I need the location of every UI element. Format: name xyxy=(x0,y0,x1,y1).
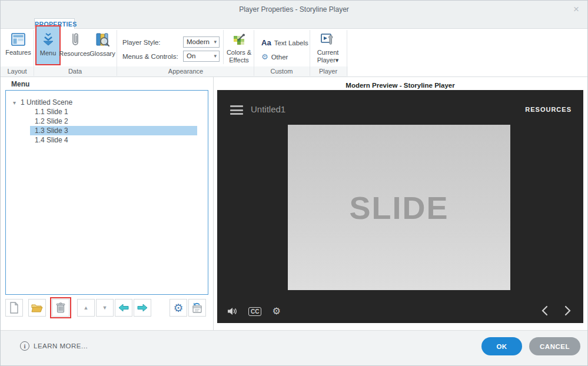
titlebar: Player Properties - Storyline Player × xyxy=(1,1,587,19)
info-icon: i xyxy=(20,341,29,351)
paperclip-icon xyxy=(68,32,81,48)
player-resources-link[interactable]: RESOURCES xyxy=(525,106,572,113)
new-page-icon xyxy=(9,302,19,314)
left-arrow-icon xyxy=(118,304,129,312)
new-item-button[interactable] xyxy=(5,299,23,317)
menus-controls-dropdown[interactable]: On ▾ xyxy=(183,51,220,62)
features-icon xyxy=(11,32,26,47)
group-label-data: Data xyxy=(34,68,117,75)
menu-tree: ▾1 Untitled Scene 1.1 Slide 1 1.2 Slide … xyxy=(5,90,208,295)
trash-icon xyxy=(56,302,65,314)
features-button[interactable]: Features xyxy=(4,32,33,56)
slide-placeholder-text: SLIDE xyxy=(349,189,449,226)
reset-icon xyxy=(191,302,203,314)
player-preview: Untitled1 RESOURCES SLIDE CC ⚙ xyxy=(217,90,583,323)
group-divider xyxy=(117,30,117,76)
ribbon: Features Menu Resources xyxy=(1,29,587,77)
indent-button[interactable] xyxy=(134,299,151,317)
volume-icon[interactable] xyxy=(227,307,238,316)
menus-controls-label: Menus & Controls: xyxy=(122,53,178,60)
preview-title: Modern Preview - Storyline Player xyxy=(217,82,583,89)
tree-item-scene[interactable]: ▾1 Untitled Scene xyxy=(6,98,208,107)
player-course-title: Untitled1 xyxy=(251,104,285,114)
open-folder-button[interactable] xyxy=(28,299,46,317)
menu-icon xyxy=(41,32,55,48)
menu-panel-title: Menu xyxy=(11,80,29,88)
next-slide-icon[interactable] xyxy=(564,305,572,316)
player-style-label: Player Style: xyxy=(122,39,161,46)
delete-button[interactable] xyxy=(52,299,69,317)
player-settings-gear-icon[interactable]: ⚙ xyxy=(272,307,280,316)
open-folder-icon xyxy=(31,303,43,312)
tree-item-slide-2[interactable]: 1.2 Slide 2 xyxy=(6,117,208,126)
resources-button[interactable]: Resources xyxy=(61,32,88,57)
previous-slide-icon[interactable] xyxy=(541,305,548,316)
group-divider xyxy=(347,30,347,76)
close-icon[interactable]: × xyxy=(573,4,579,14)
player-controls-right xyxy=(541,305,572,316)
chevron-down-icon: ▾ xyxy=(335,56,339,64)
group-label-layout: Layout xyxy=(1,68,34,75)
group-label-appearance: Appearance xyxy=(118,68,254,75)
cancel-button[interactable]: CANCEL xyxy=(529,337,580,355)
menu-label: Menu xyxy=(40,49,57,56)
current-player-label-line1: Current xyxy=(317,49,339,56)
colors-effects-button[interactable]: Colors & Effects xyxy=(226,33,252,64)
learn-more-label: LEARN MORE... xyxy=(34,342,88,350)
main-area: Menu ▾1 Untitled Scene 1.1 Slide 1 1.2 S… xyxy=(1,77,587,330)
closed-captions-icon[interactable]: CC xyxy=(248,307,261,316)
reset-from-story-button[interactable] xyxy=(188,299,206,317)
other-label: Other xyxy=(271,54,288,61)
tree-item-slide-4[interactable]: 1.4 Slide 4 xyxy=(6,135,208,145)
chevron-down-icon: ▾ xyxy=(214,53,217,59)
colors-effects-label-line1: Colors & xyxy=(227,49,251,56)
player-style-value: Modern xyxy=(187,38,210,45)
glossary-button[interactable]: Glossary xyxy=(89,32,116,57)
glossary-label: Glossary xyxy=(89,50,115,57)
palette-icon xyxy=(232,33,246,47)
player-style-dropdown[interactable]: Modern ▾ xyxy=(183,36,220,48)
current-player-icon xyxy=(320,32,335,47)
text-labels-button[interactable]: Aa Text Labels xyxy=(261,38,308,47)
player-controls-left: CC ⚙ xyxy=(227,307,281,316)
learn-more-link[interactable]: i LEARN MORE... xyxy=(20,341,88,351)
features-label: Features xyxy=(5,49,31,56)
tree-item-slide-3[interactable]: 1.3 Slide 3 xyxy=(30,126,197,135)
dialog-title: Player Properties - Storyline Player xyxy=(1,5,587,14)
down-arrow-icon: ▼ xyxy=(102,305,108,311)
menu-options-button[interactable]: ⚙ xyxy=(170,299,187,317)
move-up-button[interactable]: ▲ xyxy=(77,299,95,317)
menu-button[interactable]: Menu xyxy=(36,26,59,64)
gear-icon: ⚙ xyxy=(261,52,268,61)
group-divider xyxy=(223,30,224,64)
glossary-book-icon xyxy=(94,32,111,48)
up-arrow-icon: ▲ xyxy=(84,305,89,311)
menus-controls-value: On xyxy=(187,52,195,59)
expander-icon[interactable]: ▾ xyxy=(13,98,21,108)
group-label-custom: Custom xyxy=(254,68,310,75)
other-button[interactable]: ⚙ Other xyxy=(261,52,288,61)
slide-placeholder: SLIDE xyxy=(288,125,510,290)
current-player-label-line2: Player xyxy=(317,56,335,64)
footer: i LEARN MORE... OK CANCEL xyxy=(1,330,587,366)
panel-divider xyxy=(213,77,214,330)
move-down-button[interactable]: ▼ xyxy=(96,299,114,317)
gear-icon: ⚙ xyxy=(173,302,183,314)
colors-effects-label-line2: Effects xyxy=(229,56,248,64)
current-player-button[interactable]: Current Player▾ xyxy=(311,32,344,64)
outdent-button[interactable] xyxy=(115,299,132,317)
right-arrow-icon xyxy=(137,304,148,312)
hamburger-menu-icon[interactable] xyxy=(230,105,243,115)
group-label-player: Player xyxy=(310,68,347,75)
ok-button[interactable]: OK xyxy=(481,337,522,355)
resources-label: Resources xyxy=(59,50,90,57)
text-labels-label: Text Labels xyxy=(274,39,308,46)
tree-item-slide-1[interactable]: 1.1 Slide 1 xyxy=(6,107,208,117)
aa-icon: Aa xyxy=(261,38,271,47)
player-properties-dialog: Player Properties - Storyline Player × P… xyxy=(0,0,588,366)
chevron-down-icon: ▾ xyxy=(214,39,217,45)
tab-strip: PROPERTIES xyxy=(1,19,587,29)
